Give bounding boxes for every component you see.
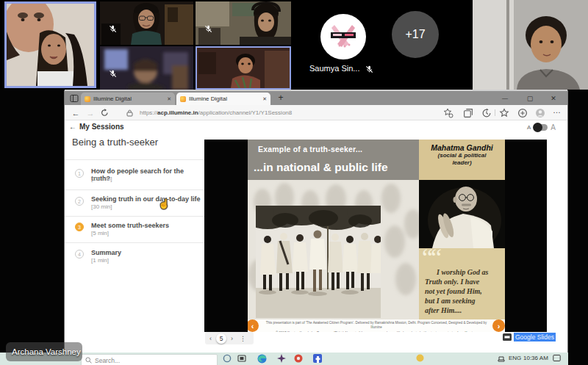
profile-avatar-icon[interactable] bbox=[535, 108, 545, 118]
action-center-icon[interactable] bbox=[553, 354, 561, 362]
mouse-cursor: ☝ bbox=[158, 198, 170, 209]
tab-strip: Illumine Digital ✕ Illumine Digital ✕ + … bbox=[65, 91, 567, 105]
pager-next-button[interactable]: › bbox=[226, 335, 237, 342]
taskbar-app-blue-icon[interactable] bbox=[313, 354, 322, 363]
video-tile-participant-5[interactable] bbox=[196, 46, 291, 90]
tray-chevron-icon[interactable] bbox=[498, 354, 505, 362]
figure-label-box: Mahatma Gandhi (social & political leade… bbox=[419, 140, 505, 180]
mic-off-icon bbox=[204, 25, 212, 33]
slide: Example of a truth-seeker... ...in natio… bbox=[248, 140, 505, 332]
more-menu-icon[interactable]: … bbox=[553, 106, 561, 115]
section-3-number: 3 bbox=[75, 223, 84, 231]
illumine-app: ← My Sessions A A Being a truth-seeker 1… bbox=[65, 120, 567, 353]
mic-off-icon bbox=[109, 25, 117, 33]
pager-prev-button[interactable]: ‹ bbox=[205, 335, 216, 342]
collections-icon[interactable] bbox=[463, 108, 473, 118]
mic-off-icon bbox=[109, 70, 117, 78]
divider bbox=[65, 159, 204, 160]
toggle-track[interactable] bbox=[534, 124, 548, 131]
font-size-toggle[interactable]: A A bbox=[527, 123, 556, 131]
tray-yellow-icon[interactable] bbox=[416, 354, 424, 362]
slide-header-band: Example of a truth-seeker... ...in natio… bbox=[248, 140, 419, 180]
gandhi-quote: I worship God as Truth only. I have not … bbox=[425, 267, 500, 315]
video-tile-participant-6[interactable] bbox=[473, 0, 588, 90]
tab-close-icon[interactable]: ✕ bbox=[262, 96, 267, 102]
back-button[interactable]: ← bbox=[69, 105, 82, 120]
footer-line-2: © 2017 Illumine Knowledge Resources (P) … bbox=[248, 331, 505, 332]
back-arrow-icon: ← bbox=[69, 123, 76, 131]
extensions-icon[interactable] bbox=[517, 108, 528, 118]
salt-march-photo bbox=[256, 206, 381, 318]
session-title: Being a truth-seeker bbox=[72, 137, 158, 148]
quote-box: ““ I worship God as Truth only. I have n… bbox=[419, 248, 505, 319]
taskbar-search-box[interactable]: Search... bbox=[81, 354, 218, 365]
section-4-duration: [1 min] bbox=[91, 257, 109, 264]
blackpink-logo bbox=[320, 14, 366, 59]
font-large-label: A bbox=[551, 123, 556, 131]
footer-line-1: This presentation is part of 'The Awaken… bbox=[248, 321, 505, 330]
section-4-number: 4 bbox=[75, 250, 84, 259]
section-2-duration: [30 min] bbox=[91, 203, 112, 210]
participant-overflow-badge[interactable]: +17 bbox=[392, 11, 439, 58]
mic-off-icon bbox=[365, 65, 373, 73]
favorite-this-page-icon[interactable] bbox=[443, 108, 453, 118]
divider bbox=[65, 189, 204, 190]
refresh-icon[interactable] bbox=[101, 109, 109, 117]
font-small-label: A bbox=[527, 124, 531, 131]
video-tile-participant-4[interactable] bbox=[100, 46, 193, 90]
tab-illumine-1[interactable]: Illumine Digital ✕ bbox=[81, 93, 175, 105]
tab-title: Illumine Digital bbox=[189, 95, 259, 102]
video-tile-participant-2[interactable] bbox=[100, 1, 193, 45]
history-icon[interactable] bbox=[481, 108, 492, 118]
slide-next-button[interactable]: › bbox=[492, 319, 505, 332]
forward-button[interactable]: → bbox=[84, 105, 97, 120]
tab-title: Illumine Digital bbox=[93, 95, 164, 102]
slide-kicker: Example of a truth-seeker... bbox=[258, 145, 362, 153]
active-app-icon bbox=[277, 354, 286, 363]
google-slides-label: Google Slides bbox=[514, 333, 556, 341]
toggle-knob bbox=[533, 123, 542, 132]
section-item-2[interactable]: Seeking truth in our day-to-day life bbox=[91, 195, 201, 203]
maximize-button[interactable]: ▢ bbox=[520, 91, 539, 105]
language-indicator[interactable]: ENG bbox=[509, 355, 521, 361]
slide-footer: This presentation is part of 'The Awaken… bbox=[248, 319, 505, 332]
url-domain: acp.illumine.in bbox=[157, 109, 198, 116]
url-path: /application/channel/Y1/Y1Session8 bbox=[198, 109, 293, 116]
divider bbox=[65, 216, 204, 217]
new-tab-button[interactable]: + bbox=[275, 92, 287, 104]
close-button[interactable]: ✕ bbox=[544, 91, 563, 105]
back-to-sessions-link[interactable]: ← My Sessions bbox=[69, 123, 124, 131]
slide-title: ...in national & public life bbox=[254, 161, 388, 174]
avatar[interactable] bbox=[320, 14, 366, 59]
google-slides-badge[interactable]: Google Slides bbox=[503, 333, 556, 341]
site-lock-icon[interactable] bbox=[126, 109, 133, 117]
pager-current-page[interactable]: 5 bbox=[216, 333, 226, 344]
cortana-icon[interactable] bbox=[223, 354, 232, 363]
section-2-number: 2 bbox=[75, 197, 84, 206]
minimize-button[interactable]: — bbox=[495, 91, 514, 105]
participant-4-video bbox=[100, 46, 193, 90]
google-slides-icon bbox=[503, 333, 512, 341]
pager-menu-icon[interactable]: ⋮ bbox=[237, 335, 248, 342]
clock[interactable]: 10:36 AM bbox=[523, 355, 548, 361]
taskbar-app-red-icon[interactable] bbox=[294, 354, 303, 363]
task-view-icon[interactable] bbox=[237, 354, 246, 363]
browser-navbar: ← → https://acp.illumine.in/application/… bbox=[65, 105, 567, 120]
tab-illumine-2-active[interactable]: Illumine Digital ✕ bbox=[176, 93, 270, 105]
edge-browser-icon[interactable] bbox=[257, 354, 267, 364]
tab-close-icon[interactable]: ✕ bbox=[167, 96, 171, 102]
tab-actions-icon[interactable] bbox=[70, 94, 79, 103]
section-item-4[interactable]: Summary bbox=[91, 249, 201, 256]
gandhi-portrait-photo bbox=[419, 180, 505, 248]
address-bar[interactable]: https://acp.illumine.in/application/chan… bbox=[140, 105, 292, 120]
video-tile-participant-3[interactable] bbox=[196, 1, 291, 45]
participant-3-video bbox=[196, 1, 291, 45]
search-placeholder: Search... bbox=[95, 357, 120, 364]
presenter-name-label: Archana Varshney bbox=[6, 342, 82, 361]
slide-viewer: Example of a truth-seeker... ...in natio… bbox=[204, 140, 547, 332]
back-label: My Sessions bbox=[79, 123, 124, 131]
section-item-3-active[interactable]: Meet some truth-seekers bbox=[91, 222, 201, 229]
video-tile-participant-1[interactable] bbox=[4, 1, 96, 88]
favorites-icon[interactable] bbox=[499, 108, 509, 118]
toolbar-divider bbox=[495, 109, 495, 116]
